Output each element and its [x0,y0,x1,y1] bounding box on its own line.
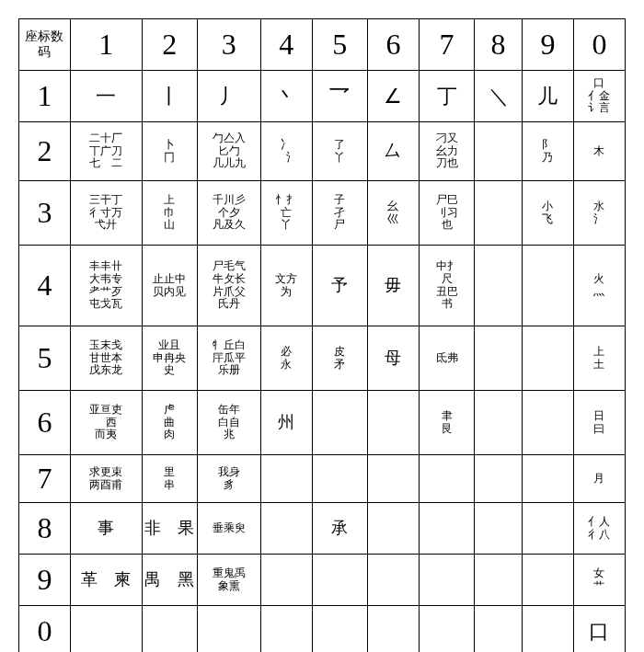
col-head-7: 7 [419,19,474,71]
row-head-2: 2 [19,122,71,181]
row-head-3: 3 [19,181,71,246]
cell-r5-c2: 业且申冉央史 [142,326,197,391]
cell-r6-c2: 虍曲肉 [142,391,197,455]
cell-r7-c3: 我身豸 [197,455,260,503]
cell-r0-c2 [142,606,197,653]
cell-r0-c0: 口 [573,606,625,653]
cell-r1-c8: ＼ [475,71,523,122]
cell-r2-c2: 卜冂 [142,122,197,181]
cell-r3-c8 [475,181,523,246]
cell-r9-c5 [312,555,367,606]
cell-r3-c7: 尸巳刂习也 [419,181,474,246]
cell-r2-c3: 勹亼入匕勹几儿九 [197,122,260,181]
cell-r3-c2: 上巾山 [142,181,197,246]
cell-r1-c9: 儿 [522,71,573,122]
cell-r8-c8 [475,503,523,555]
cell-r9-c7 [419,555,474,606]
cell-r7-c6 [367,455,419,503]
cell-r0-c8 [475,606,523,653]
cell-r4-c8 [475,246,523,326]
cell-r2-c6: 厶 [367,122,419,181]
cell-r1-c1: 一 [70,71,142,122]
cell-r5-c9 [522,326,573,391]
cell-r2-c7: 刁又幺力刀也 [419,122,474,181]
cell-r8-c3: 垂乘臾 [197,503,260,555]
cell-r8-c2: 非 果 [142,503,197,555]
cell-r9-c6 [367,555,419,606]
cell-r1-c4: 丶 [260,71,312,122]
cell-r6-c9 [522,391,573,455]
cell-r0-c1 [70,606,142,653]
cell-r9-c8 [475,555,523,606]
cell-r6-c8 [475,391,523,455]
cell-r3-c6: 幺巛 [367,181,419,246]
header-corner: 座标数码 [19,19,71,71]
cell-r5-c4: 必永 [260,326,312,391]
cell-r8-c6 [367,503,419,555]
cell-r1-c6: ∠ [367,71,419,122]
col-head-8: 8 [475,19,523,71]
cell-r9-c2: 禺 黑 [142,555,197,606]
cell-r7-c8 [475,455,523,503]
coordinate-table: 座标数码12345678901一丨丿丶乛∠丁＼儿口亻金讠言2二十厂丅广刀七 二卜… [18,18,626,652]
cell-r2-c1: 二十厂丅广刀七 二 [70,122,142,181]
cell-r6-c5 [312,391,367,455]
col-head-3: 3 [197,19,260,71]
cell-r6-c6 [367,391,419,455]
row-head-0: 0 [19,606,71,653]
cell-r8-c7 [419,503,474,555]
cell-r3-c4: 忄扌亡丫 [260,181,312,246]
col-head-1: 1 [70,19,142,71]
col-head-4: 4 [260,19,312,71]
cell-r4-c5: 予 [312,246,367,326]
cell-r0-c5 [312,606,367,653]
row-head-6: 6 [19,391,71,455]
cell-r5-c7: 氐弗 [419,326,474,391]
cell-r7-c9 [522,455,573,503]
cell-r7-c7 [419,455,474,503]
cell-r0-c6 [367,606,419,653]
cell-r9-c0: 女艹 [573,555,625,606]
cell-r5-c1: 玉末戋甘世本戊东龙 [70,326,142,391]
row-head-7: 7 [19,455,71,503]
row-head-4: 4 [19,246,71,326]
cell-r1-c5: 乛 [312,71,367,122]
cell-r7-c2: 里串 [142,455,197,503]
cell-r8-c0: 亻人彳八 [573,503,625,555]
cell-r1-c2: 丨 [142,71,197,122]
cell-r8-c5: 承 [312,503,367,555]
cell-r2-c9: 阝乃 [522,122,573,181]
cell-r3-c5: 子孑尸 [312,181,367,246]
cell-r8-c1: 事 [70,503,142,555]
cell-r2-c0: 木 [573,122,625,181]
cell-r1-c0: 口亻金讠言 [573,71,625,122]
cell-r5-c5: 皮矛 [312,326,367,391]
cell-r8-c4 [260,503,312,555]
row-head-8: 8 [19,503,71,555]
col-head-0: 0 [573,19,625,71]
cell-r5-c8 [475,326,523,391]
cell-r4-c6: 毋 [367,246,419,326]
cell-r8-c9 [522,503,573,555]
cell-r9-c3: 重鬼禹象熏 [197,555,260,606]
cell-r6-c7: 聿艮 [419,391,474,455]
cell-r2-c4: 冫 氵 [260,122,312,181]
cell-r0-c9 [522,606,573,653]
cell-r1-c7: 丁 [419,71,474,122]
cell-r6-c0: 日曰 [573,391,625,455]
cell-r0-c7 [419,606,474,653]
col-head-5: 5 [312,19,367,71]
cell-r4-c7: 中扌尺丑巴书 [419,246,474,326]
col-head-9: 9 [522,19,573,71]
cell-r9-c1: 革 柬 [70,555,142,606]
cell-r5-c3: 牜丘白厈瓜平乐册 [197,326,260,391]
cell-r7-c0: 月 [573,455,625,503]
cell-r4-c9 [522,246,573,326]
cell-r0-c3 [197,606,260,653]
cell-r5-c0: 上土 [573,326,625,391]
cell-r5-c6: 母 [367,326,419,391]
cell-r4-c3: 尸毛气牛攵长片爪父氏丹 [197,246,260,326]
cell-r4-c4: 文方为 [260,246,312,326]
row-head-5: 5 [19,326,71,391]
cell-r7-c1: 求更束两酉甫 [70,455,142,503]
